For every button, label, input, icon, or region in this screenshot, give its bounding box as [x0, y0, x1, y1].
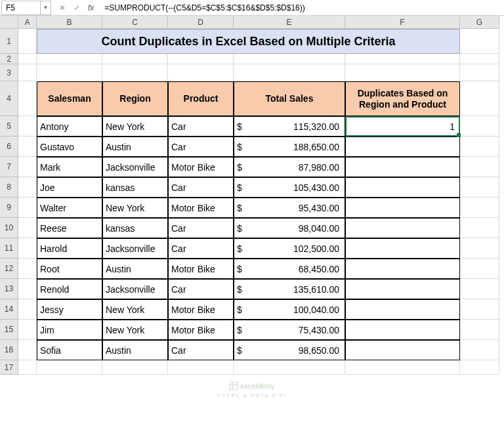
row-header-9[interactable]: 9	[0, 198, 18, 218]
row-header-6[interactable]: 6	[0, 137, 18, 157]
name-box[interactable]: F5	[1, 1, 41, 15]
cell-F17[interactable]	[345, 360, 460, 375]
cell-G3[interactable]	[460, 64, 499, 81]
cell-F16[interactable]	[345, 340, 460, 360]
cell-C9[interactable]: New York	[102, 198, 168, 218]
cell-F13[interactable]	[345, 279, 460, 299]
cell-A9[interactable]	[18, 198, 37, 218]
cell-D2[interactable]	[168, 54, 234, 64]
cell-A1[interactable]	[18, 29, 37, 54]
cell-A14[interactable]	[18, 299, 37, 320]
cell-A11[interactable]	[18, 238, 37, 259]
cell-D6[interactable]: Car	[168, 137, 234, 157]
row-header-15[interactable]: 15	[0, 320, 18, 340]
cell-E2[interactable]	[234, 54, 345, 64]
cell-A15[interactable]	[18, 320, 37, 340]
cell-A4[interactable]	[18, 81, 37, 116]
col-header-D[interactable]: D	[168, 16, 234, 29]
cell-C16[interactable]: Austin	[102, 340, 168, 360]
cell-D14[interactable]: Motor Bike	[168, 299, 234, 320]
cell-D12[interactable]: Motor Bike	[168, 259, 234, 279]
cell-A3[interactable]	[18, 64, 37, 81]
col-header-E[interactable]: E	[234, 16, 345, 29]
cell-C12[interactable]: Austin	[102, 259, 168, 279]
cell-F3[interactable]	[345, 64, 460, 81]
cell-D5[interactable]: Car	[168, 116, 234, 137]
cell-G10[interactable]	[460, 218, 499, 238]
cell-F7[interactable]	[345, 157, 460, 177]
cell-E13[interactable]: $135,610.00	[234, 279, 345, 299]
col-header-C[interactable]: C	[102, 16, 168, 29]
cell-E14[interactable]: $100,040.00	[234, 299, 345, 320]
cell-B11[interactable]: Harold	[37, 238, 102, 259]
cancel-icon[interactable]: ✕	[56, 2, 68, 14]
name-box-dropdown[interactable]: ▼	[41, 1, 51, 15]
row-header-16[interactable]: 16	[0, 340, 18, 360]
cell-D15[interactable]: Motor Bike	[168, 320, 234, 340]
cell-B2[interactable]	[37, 54, 102, 64]
fx-icon[interactable]: fx	[88, 3, 94, 12]
cell-E7[interactable]: $87,980.00	[234, 157, 345, 177]
cell-A5[interactable]	[18, 116, 37, 137]
row-header-14[interactable]: 14	[0, 299, 18, 320]
cell-E10[interactable]: $98,040.00	[234, 218, 345, 238]
cell-G7[interactable]	[460, 157, 499, 177]
cell-C14[interactable]: New York	[102, 299, 168, 320]
cell-E5[interactable]: $115,320.00	[234, 116, 345, 137]
row-header-5[interactable]: 5	[0, 116, 18, 137]
cell-E3[interactable]	[234, 64, 345, 81]
cell-G16[interactable]	[460, 340, 499, 360]
cell-A13[interactable]	[18, 279, 37, 299]
cell-D10[interactable]: Car	[168, 218, 234, 238]
cell-B10[interactable]: Reese	[37, 218, 102, 238]
cell-F9[interactable]	[345, 198, 460, 218]
cell-A17[interactable]	[18, 360, 37, 375]
cell-A6[interactable]	[18, 137, 37, 157]
cell-G8[interactable]	[460, 177, 499, 198]
cell-A2[interactable]	[18, 54, 37, 64]
row-header-10[interactable]: 10	[0, 218, 18, 238]
cell-C8[interactable]: kansas	[102, 177, 168, 198]
cell-A8[interactable]	[18, 177, 37, 198]
cell-G9[interactable]	[460, 198, 499, 218]
formula-bar-input[interactable]: =SUMPRODUCT(--(C5&D5=$C$5:$C$16&$D$5:$D$…	[102, 1, 504, 15]
cell-D3[interactable]	[168, 64, 234, 81]
cell-F15[interactable]	[345, 320, 460, 340]
cell-B3[interactable]	[37, 64, 102, 81]
row-header-13[interactable]: 13	[0, 279, 18, 299]
cell-B16[interactable]: Sofia	[37, 340, 102, 360]
row-header-11[interactable]: 11	[0, 238, 18, 259]
cell-B9[interactable]: Walter	[37, 198, 102, 218]
row-header-8[interactable]: 8	[0, 177, 18, 198]
row-header-12[interactable]: 12	[0, 259, 18, 279]
cell-C13[interactable]: Jacksonville	[102, 279, 168, 299]
cell-F10[interactable]	[345, 218, 460, 238]
cell-B7[interactable]: Mark	[37, 157, 102, 177]
cell-A12[interactable]	[18, 259, 37, 279]
col-header-F[interactable]: F	[345, 16, 460, 29]
cell-A7[interactable]	[18, 157, 37, 177]
cell-C10[interactable]: kansas	[102, 218, 168, 238]
cell-B6[interactable]: Gustavo	[37, 137, 102, 157]
cell-G12[interactable]	[460, 259, 499, 279]
cell-C2[interactable]	[102, 54, 168, 64]
cell-G6[interactable]	[460, 137, 499, 157]
cell-E15[interactable]: $75,430.00	[234, 320, 345, 340]
cell-D11[interactable]: Car	[168, 238, 234, 259]
cell-F12[interactable]	[345, 259, 460, 279]
col-header-A[interactable]: A	[18, 16, 37, 29]
cell-G5[interactable]	[460, 116, 499, 137]
cell-E12[interactable]: $68,450.00	[234, 259, 345, 279]
cell-B13[interactable]: Renold	[37, 279, 102, 299]
select-all-corner[interactable]	[0, 16, 18, 29]
enter-icon[interactable]: ✓	[71, 2, 83, 14]
cell-C7[interactable]: Jacksonville	[102, 157, 168, 177]
cell-A16[interactable]	[18, 340, 37, 360]
cell-E11[interactable]: $102,500.00	[234, 238, 345, 259]
row-header-3[interactable]: 3	[0, 64, 18, 81]
cell-D7[interactable]: Motor Bike	[168, 157, 234, 177]
cell-F14[interactable]	[345, 299, 460, 320]
cell-B5[interactable]: Antony	[37, 116, 102, 137]
cell-G2[interactable]	[460, 54, 499, 64]
col-header-G[interactable]: G	[460, 16, 499, 29]
